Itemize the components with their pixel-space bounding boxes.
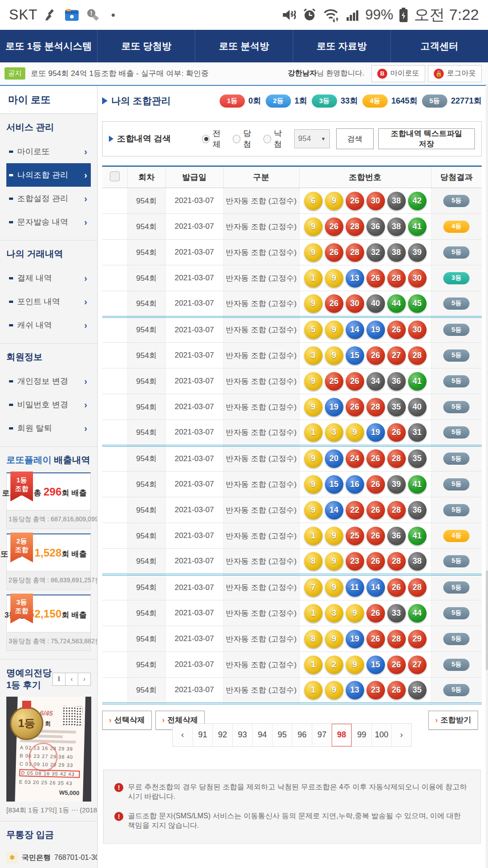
notice-text[interactable]: 로또 954회 24억 1등조합 배출 - 실구매 여부: 확인중 [31, 68, 288, 79]
lotto-ball-41: 41 [408, 217, 427, 236]
nav-item-4[interactable]: 로또 자료방 [293, 30, 390, 62]
lotto-balls: 7911142628 [300, 578, 431, 597]
sidebar-item-포인트 내역[interactable]: 포인트 내역› [6, 290, 91, 313]
row-checkbox-cell [102, 523, 127, 549]
nav-item-1[interactable]: 로또 1등 분석시스템 [0, 30, 97, 62]
lotto-ball-28: 28 [387, 501, 406, 519]
page-prev-button[interactable]: ‹ [173, 724, 192, 746]
lotto-ball-9: 9 [325, 578, 343, 597]
radio-전체[interactable]: 전체 [202, 128, 226, 150]
page-next-button[interactable]: › [391, 724, 411, 746]
lotto-ball-41: 41 [408, 475, 427, 494]
footer-notice-box: !무료 추천조합의 경우 당첨된 조합을 제외하고 낙첨된 무료조합은 4주 이… [103, 769, 481, 844]
lotto-ball-1: 1 [304, 656, 323, 674]
play-stats-title: 로또플레이 배출내역 [6, 454, 91, 466]
delete-selected-button[interactable]: ›선택삭제 [102, 711, 152, 730]
result-badge: 5등 [443, 324, 469, 336]
radio-낙첨[interactable]: 낙첨 [263, 128, 288, 150]
row-checkbox-cell [102, 420, 127, 446]
select-all-checkbox[interactable] [110, 171, 120, 181]
page-button-91[interactable]: 91 [192, 724, 212, 746]
column-header-발급일: 발급일 [165, 166, 223, 188]
page-button-93[interactable]: 93 [232, 724, 252, 746]
title-arrow-icon [102, 97, 108, 104]
nav-item-2[interactable]: 로또 당첨방 [97, 30, 195, 62]
lotto-ball-39: 39 [408, 243, 427, 262]
row-issue-date: 2021-03-07 [165, 600, 223, 626]
lotto-ball-38: 38 [387, 217, 406, 236]
scrollbar-thumb[interactable] [486, 571, 488, 670]
lotto-ball-22: 22 [346, 501, 364, 519]
page-button-95[interactable]: 95 [272, 724, 292, 746]
play-stat-total: 3등당첨 총액 : 75,724,583,882원 [6, 632, 91, 651]
result-badge: 5등 [443, 504, 469, 516]
lotto-ball-41: 41 [408, 372, 427, 391]
sidebar-item-조합설정 관리[interactable]: 조합설정 관리› [6, 187, 91, 210]
sidebar-item-비밀번호 변경[interactable]: 비밀번호 변경› [6, 393, 91, 416]
save-textfile-button[interactable]: 조합내역 텍스트파일 저장 [378, 128, 475, 149]
rank-badge: 1등 [220, 94, 245, 108]
lotto-ball-35: 35 [387, 398, 406, 416]
page-button-96[interactable]: 96 [292, 724, 312, 746]
lotto-ball-9: 9 [346, 604, 364, 623]
chevron-right-icon: › [84, 146, 87, 157]
chevron-right-icon: › [84, 297, 87, 307]
table-row: 954회2021-03-07반자동 조합 (고정수)926283238395등 [102, 240, 482, 265]
nav-item-3[interactable]: 로또 분석방 [195, 30, 292, 62]
sidebar-section-3: 회원정보개인정보 변경›비밀번호 변경›회원 탈퇴› [0, 344, 97, 447]
radio-label: 전체 [212, 128, 226, 150]
search-label: 조합내역 검색 [109, 133, 202, 145]
page-title: 나의 조합관리 [111, 94, 171, 107]
prev-button[interactable]: ‹ [65, 673, 78, 686]
lotto-ball-28: 28 [408, 578, 427, 597]
receive-combination-button[interactable]: ›조합받기 [428, 711, 478, 730]
my-lotto-button[interactable]: B마이로또 [371, 65, 425, 82]
stat-value: 52,150 [28, 608, 61, 620]
lotto-ball-26: 26 [387, 681, 406, 699]
page-button-98[interactable]: 98 [332, 724, 352, 746]
sidebar-item-마이로또[interactable]: 마이로또› [6, 140, 91, 163]
row-round: 954회 [127, 446, 165, 472]
lotto-balls: 92628323839 [300, 243, 431, 262]
radio-당첨[interactable]: 당첨 [233, 128, 257, 150]
page-button-100[interactable]: 100 [371, 724, 391, 746]
row-round: 954회 [127, 472, 165, 497]
pagination: ‹919293949596979899100› [172, 723, 412, 747]
logout-button[interactable]: 🔒로그아웃 [428, 65, 482, 82]
row-type: 반자동 조합 (고정수) [223, 549, 299, 575]
page-button-92[interactable]: 92 [212, 724, 232, 746]
sidebar-item-문자발송 내역[interactable]: 문자발송 내역› [6, 210, 91, 234]
lotto-ball-15: 15 [366, 656, 385, 674]
hall-of-fame-caption[interactable]: [834회 1등 17억] 1등 ⋯ (2018-11-25 ) [6, 806, 91, 815]
sidebar-item-캐쉬 내역[interactable]: 캐쉬 내역› [6, 313, 91, 337]
page-button-99[interactable]: 99 [352, 724, 371, 746]
page-button-97[interactable]: 97 [312, 724, 332, 746]
footer-notice-line: !골드조합 문자(SMS/LMS) 서비스는 이동통신사 등의 문제로 지연,누… [114, 811, 469, 830]
status-bar: SKT ! 99% [0, 0, 488, 30]
sidebar-item-결제 내역[interactable]: 결제 내역› [6, 266, 91, 290]
sidebar-item-label: 비밀번호 변경 [17, 399, 84, 410]
page-button-94[interactable]: 94 [252, 724, 272, 746]
next-button[interactable]: › [78, 673, 91, 686]
result-badge: 4등 [443, 530, 469, 542]
search-button[interactable]: 검색 [336, 128, 374, 149]
bank-account-row: ✱국민은행768701-01-308653 [6, 847, 91, 868]
orange-arrow-icon: › [162, 716, 165, 725]
scrollbar[interactable] [486, 85, 488, 868]
row-round: 954회 [127, 600, 165, 626]
lotto-ball-34: 34 [366, 372, 385, 391]
round-select[interactable]: 954▼ [294, 129, 330, 148]
row-issue-date: 2021-03-07 [165, 368, 223, 394]
more-notifications-dot [112, 14, 115, 17]
winner-ticket-photo[interactable]: Lotto 6/45 제 834 회 A 02 13 16 28 29 39B … [6, 697, 91, 802]
nav-item-5[interactable]: 고객센터 [390, 30, 488, 62]
stat-rank-2: 2등1회 [266, 94, 307, 108]
pause-button[interactable]: ‖ [52, 673, 66, 686]
lotto-ball-9: 9 [346, 423, 364, 442]
sidebar-item-회원 탈퇴[interactable]: 회원 탈퇴› [6, 416, 91, 440]
sidebar-item-개인정보 변경[interactable]: 개인정보 변경› [6, 369, 91, 393]
row-issue-date: 2021-03-07 [165, 317, 223, 343]
lotto-balls: 1913262830 [300, 269, 431, 288]
lotto-balls: 8923262838 [300, 552, 431, 571]
sidebar-item-나의조합 관리[interactable]: 나의조합 관리› [6, 163, 91, 187]
